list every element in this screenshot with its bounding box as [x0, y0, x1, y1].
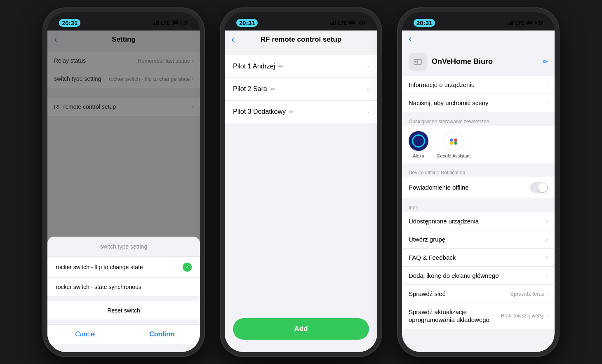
notch-1 — [93, 12, 155, 26]
network-label: Sprawdź sieć — [409, 290, 445, 297]
pilot-2-row[interactable]: Pilot 2 Sara ✏ › — [225, 78, 377, 101]
phone-2: 20:31 LTE 37 ‹ RF remote control setup — [221, 8, 381, 356]
pilot-1-chevron: › — [367, 63, 369, 70]
phone3-nav: ‹ — [402, 31, 555, 48]
pilot-2-left: Pilot 2 Sara ✏ — [233, 85, 275, 93]
external-control: Alexa Google Assistant — [402, 126, 555, 163]
scenes-row[interactable]: Naciśnij, aby urchomić sceny › — [402, 94, 555, 112]
group-label: Utwórz grupę — [409, 236, 445, 243]
status-time-1: 20:31 — [59, 19, 80, 27]
svg-point-7 — [454, 141, 457, 145]
sheet-buttons: Cancel Confirm — [47, 324, 200, 344]
info-chevron-wrap: › — [546, 81, 548, 88]
device-name: OnVeHome Biuro — [432, 57, 538, 66]
battery-2 — [349, 21, 358, 25]
offline-row: Powiadomienie offline — [402, 177, 555, 198]
offline-label: Powiadomienie offline — [409, 184, 469, 191]
group-chevron-wrap: › — [546, 236, 548, 242]
alexa-label: Alexa — [413, 153, 424, 158]
screen-3: ‹ OnVeHome Biuro ✏ Informacje o urządzen… — [402, 31, 555, 352]
network-row[interactable]: Sprawdź sieć Sprawdź teraz › — [402, 285, 555, 303]
status-time-2: 20:31 — [236, 19, 258, 27]
icon-row[interactable]: Dodaj ikonę do ekranu głównego › — [402, 267, 555, 285]
scenes-chevron-wrap: › — [546, 99, 548, 106]
inne-menu-section: Udostępnione urządzenia › Utwórz grupę ›… — [402, 212, 555, 329]
pilot-3-edit-icon[interactable]: ✏ — [289, 108, 294, 115]
alexa-ring — [412, 134, 425, 148]
notch-2 — [270, 12, 332, 26]
back-button-3[interactable]: ‹ — [409, 34, 412, 45]
google-label: Google Assistant — [437, 153, 471, 158]
firmware-label: Sprawdź aktualizację oprogramowania ukła… — [409, 308, 491, 324]
option-2-text: rocker switch - state synchronous — [56, 284, 141, 290]
device-header: OnVeHome Biuro ✏ — [402, 48, 555, 76]
signal-bars-1 — [153, 21, 159, 25]
signal-type-1: LTE — [161, 20, 170, 26]
faq-row[interactable]: FAQ & Feedback › — [402, 249, 555, 267]
svg-point-5 — [454, 139, 457, 142]
phone-1: 20:31 LTE 37 ‹ Setting Relay status — [43, 8, 204, 356]
option-1[interactable]: rocker switch - flip to change state ✓ — [47, 257, 200, 278]
status-right-2: LTE 37 — [330, 20, 366, 26]
status-right-3: LTE 37 — [507, 20, 543, 26]
toggle-knob — [538, 183, 547, 192]
status-time-3: 20:31 — [414, 19, 435, 27]
battery-3 — [527, 21, 536, 25]
pilot-1-row[interactable]: Pilot 1 Andrzej ✏ › — [225, 55, 377, 78]
pilot-2-chevron: › — [367, 86, 369, 92]
option-1-text: rocker switch - flip to change state — [56, 264, 143, 270]
bar4 — [158, 21, 159, 25]
add-button[interactable]: Add — [233, 318, 369, 340]
battery-pct-3: 37 — [538, 20, 543, 26]
pilot-1-edit-icon[interactable]: ✏ — [278, 63, 283, 70]
confirm-button[interactable]: Confirm — [124, 325, 200, 344]
share-label: Udostępnione urządzenia — [409, 218, 479, 225]
option-3[interactable]: Reset switch — [47, 301, 200, 319]
info-label: Informacje o urządzeniu — [409, 81, 475, 88]
offline-section: Powiadomienie offline — [402, 177, 555, 198]
nav-title-2: RF remote control setup — [261, 35, 341, 44]
pilot-3-row[interactable]: Pilot 3 Dodatkowy ✏ › — [225, 101, 377, 123]
bar2 — [154, 23, 155, 25]
svg-point-4 — [450, 139, 453, 142]
option-3-text: Reset switch — [107, 307, 140, 314]
alexa-item[interactable]: Alexa — [409, 131, 428, 158]
battery-pct-1: 37 — [183, 20, 188, 26]
status-right-1: LTE 37 — [153, 20, 188, 26]
alexa-icon — [409, 131, 428, 151]
phone-3: 20:31 LTE 37 ‹ — [398, 8, 559, 356]
switch-icon — [413, 57, 423, 67]
edit-device-button[interactable]: ✏ — [543, 58, 548, 66]
external-section-header: Obsługiwane sterowanie zewnętrzne — [402, 115, 555, 126]
icon-label: Dodaj ikonę do ekranu głównego — [409, 272, 499, 279]
bottom-sheet-1: switch type setting rocker switch - flip… — [47, 237, 200, 352]
network-value: Sprawdź teraz — [510, 291, 544, 297]
pilot-2-edit-icon[interactable]: ✏ — [270, 86, 275, 92]
firmware-chevron: › — [546, 312, 548, 319]
option-2[interactable]: rocker switch - state synchronous — [47, 278, 200, 296]
group-row[interactable]: Utwórz grupę › — [402, 230, 555, 249]
inne-section-header: Inne — [402, 202, 555, 212]
offline-toggle[interactable] — [530, 182, 548, 193]
info-chevron: › — [546, 81, 548, 88]
nav-2: ‹ RF remote control setup — [225, 31, 377, 49]
google-item[interactable]: Google Assistant — [437, 131, 471, 158]
rf-pilots-list: Pilot 1 Andrzej ✏ › Pilot 2 Sara ✏ › Pil… — [225, 55, 377, 123]
firmware-value: Brak nowszej wersji — [501, 313, 544, 319]
offline-section-header: Device Offline Notification — [402, 167, 555, 177]
info-row[interactable]: Informacje o urządzeniu › — [402, 76, 555, 94]
scenes-chevron: › — [546, 99, 548, 106]
device-icon — [409, 53, 427, 71]
svg-point-3 — [448, 135, 459, 147]
svg-point-6 — [450, 141, 453, 145]
pilot-2-name: Pilot 2 Sara — [233, 85, 267, 93]
pilot-3-left: Pilot 3 Dodatkowy ✏ — [233, 108, 294, 115]
firmware-row[interactable]: Sprawdź aktualizację oprogramowania ukła… — [402, 303, 555, 329]
network-value-wrap: Sprawdź teraz › — [510, 290, 548, 297]
share-row[interactable]: Udostępnione urządzenia › — [402, 212, 555, 230]
battery-pct-2: 37 — [360, 20, 366, 26]
pilot-3-chevron: › — [367, 108, 369, 115]
faq-label: FAQ & Feedback — [409, 254, 456, 261]
back-button-2[interactable]: ‹ — [231, 34, 234, 45]
cancel-button[interactable]: Cancel — [47, 325, 124, 344]
